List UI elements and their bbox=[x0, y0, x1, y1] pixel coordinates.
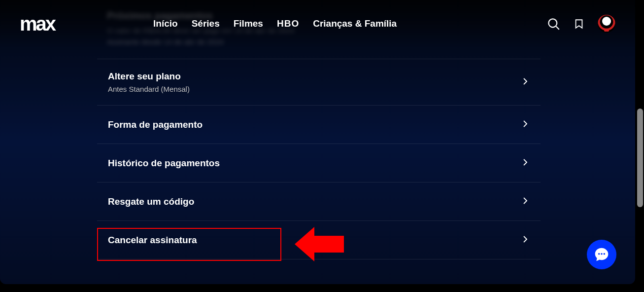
nav-hbo[interactable]: HBO bbox=[277, 18, 299, 29]
nav-criancas[interactable]: Crianças & Família bbox=[313, 18, 397, 29]
payment-history-item[interactable]: Histórico de pagamentos bbox=[97, 144, 541, 182]
change-plan-item[interactable]: Altere seu plano Antes Standard (Mensal) bbox=[97, 59, 541, 106]
chevron-right-icon bbox=[521, 77, 530, 88]
chat-icon bbox=[594, 247, 610, 262]
profile-avatar[interactable] bbox=[598, 15, 615, 33]
subscription-menu: Altere seu plano Antes Standard (Mensal)… bbox=[97, 59, 541, 259]
svg-line-1 bbox=[556, 26, 559, 29]
chat-button[interactable] bbox=[587, 240, 616, 269]
cancel-subscription-item[interactable]: Cancelar assinatura bbox=[97, 221, 541, 259]
bookmark-icon[interactable] bbox=[572, 17, 586, 31]
chevron-right-icon bbox=[521, 119, 530, 130]
max-logo[interactable]: max bbox=[20, 13, 55, 35]
header-right bbox=[546, 15, 615, 33]
chevron-right-icon bbox=[521, 158, 530, 169]
redeem-code-item[interactable]: Resgate um código bbox=[97, 182, 541, 221]
svg-point-0 bbox=[548, 19, 557, 27]
chevron-right-icon bbox=[521, 196, 530, 207]
cancel-subscription-title: Cancelar assinatura bbox=[108, 235, 197, 246]
payment-history-title: Histórico de pagamentos bbox=[108, 158, 220, 169]
nav-filmes[interactable]: Filmes bbox=[234, 18, 263, 29]
change-plan-title: Altere seu plano bbox=[108, 71, 190, 82]
nav-series[interactable]: Séries bbox=[192, 18, 220, 29]
svg-point-3 bbox=[601, 253, 602, 255]
payment-method-title: Forma de pagamento bbox=[108, 119, 203, 130]
nav-inicio[interactable]: Início bbox=[153, 18, 178, 29]
header: max Início Séries Filmes HBO Crianças & … bbox=[0, 0, 635, 47]
redeem-code-title: Resgate um código bbox=[108, 196, 194, 207]
search-icon[interactable] bbox=[546, 17, 560, 31]
chevron-right-icon bbox=[521, 235, 530, 246]
svg-point-4 bbox=[604, 253, 605, 255]
scrollbar[interactable] bbox=[637, 109, 643, 207]
payment-method-item[interactable]: Forma de pagamento bbox=[97, 106, 541, 144]
change-plan-subtitle: Antes Standard (Mensal) bbox=[108, 85, 190, 93]
svg-point-2 bbox=[598, 253, 600, 255]
main-nav: Início Séries Filmes HBO Crianças & Famí… bbox=[153, 18, 397, 29]
